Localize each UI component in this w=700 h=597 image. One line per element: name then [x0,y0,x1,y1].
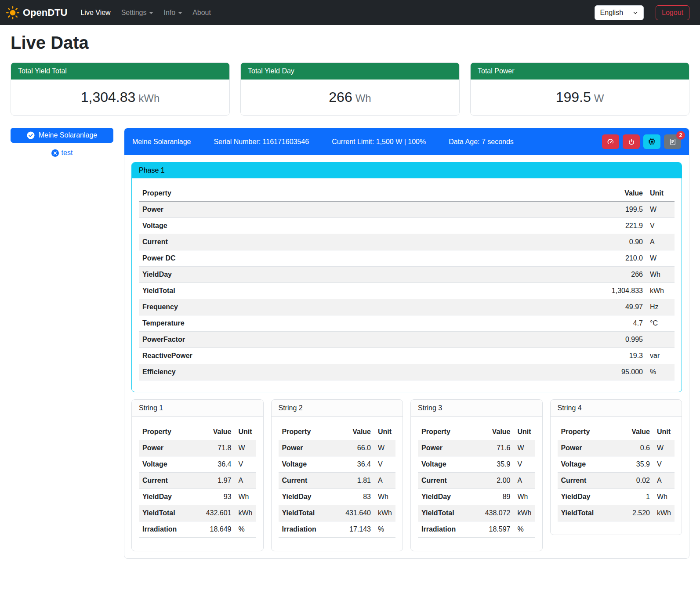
property-name: Irradiation [139,521,203,538]
property-unit: W [235,440,256,456]
table-row: YieldTotal 432.601 kWh [139,505,256,521]
brand-label: OpenDTU [23,7,67,18]
property-unit: Wh [653,489,675,505]
property-unit: A [646,234,675,250]
property-value: 0.995 [594,332,646,348]
property-name: Current [139,473,203,489]
property-value: 71.8 [203,440,235,456]
property-value: 35.9 [621,456,653,473]
property-name: Irradiation [418,521,482,538]
column-header-property: Property [418,424,482,440]
column-header-unit: Unit [514,424,535,440]
property-value: 1,304.833 [594,283,646,299]
string-table: Property Value Unit Power 71.6 [418,424,535,538]
card-value: 1,304.83 [81,89,136,105]
nav-item-settings[interactable]: Settings [116,5,159,20]
property-value: 18.597 [482,521,514,538]
phase-table: Property Value Unit Power 199.5 [139,185,675,380]
property-value: 17.143 [342,521,374,538]
property-value: 431.640 [342,505,374,521]
property-name: Power [279,440,342,456]
property-unit: kWh [374,505,395,521]
table-row: YieldTotal 2.520 kWh [558,505,675,521]
property-unit: % [514,521,535,538]
property-unit: kWh [653,505,675,521]
property-value: 36.4 [342,456,374,473]
phase-title: Phase 1 [132,163,682,178]
property-value: 438.072 [482,505,514,521]
property-value: 0.90 [594,234,646,250]
column-header-value: Value [203,424,235,440]
inverter-data-age: Data Age: 7 seconds [449,138,514,146]
device-info-button[interactable] [643,134,660,149]
property-unit: % [374,521,395,538]
property-unit: kWh [646,283,675,299]
column-header-value: Value [621,424,653,440]
table-header-row: Property Value Unit [139,424,256,440]
table-row: Temperature 4.7 °C [139,315,675,332]
column-header-unit: Unit [374,424,395,440]
table-row: Power 199.5 W [139,202,675,218]
table-row: Voltage 35.9 V [558,456,675,473]
table-header-row: Property Value Unit [279,424,396,440]
table-header-row: Property Value Unit [558,424,675,440]
column-header-unit: Unit [235,424,256,440]
table-row: Irradiation 18.649 % [139,521,256,538]
string-3-card: String 3 Property Value Unit [410,399,543,551]
property-unit: Wh [514,489,535,505]
inverter-card-header: Meine Solaranlage Serial Number: 1161716… [124,128,689,155]
table-header-row: Property Value Unit [418,424,535,440]
inverter-selector: Meine Solaranlage test [11,128,113,157]
table-row: Frequency 49.97 Hz [139,299,675,315]
property-name: Efficiency [139,364,594,380]
property-name: Voltage [418,456,482,473]
property-value: 0.02 [621,473,653,489]
property-unit: W [653,440,675,456]
language-value: English [600,9,623,17]
string-card-title: String 2 [272,400,403,417]
property-value: 1.81 [342,473,374,489]
card-unit: W [594,92,604,104]
property-value: 221.9 [594,218,646,234]
property-name: Power [139,440,203,456]
inverter-item-test[interactable]: test [11,149,113,157]
nav-item-live-view[interactable]: Live View [75,5,116,20]
property-name: Voltage [139,218,594,234]
inverter-select-button[interactable]: Meine Solaranlage [11,128,113,143]
property-unit: % [646,364,675,380]
property-name: Power [139,202,594,218]
property-value: 1.97 [203,473,235,489]
total-yield-day-card: Total Yield Day 266Wh [240,62,460,116]
property-name: Irradiation [279,521,342,538]
property-name: YieldTotal [558,505,621,521]
property-name: Power [558,440,621,456]
event-log-button[interactable]: 2 [664,134,681,149]
property-name: Power [418,440,482,456]
power-button[interactable] [623,134,640,149]
table-row: Voltage 36.4 V [279,456,396,473]
nav-item-about[interactable]: About [187,5,216,20]
property-unit: V [235,456,256,473]
property-unit: kWh [514,505,535,521]
limit-settings-button[interactable] [602,134,619,149]
column-header-property: Property [139,185,594,202]
property-unit: Hz [646,299,675,315]
inverter-limit: Current Limit: 1,500 W | 100% [332,138,426,146]
table-row: YieldDay 1 Wh [558,489,675,505]
property-name: Current [558,473,621,489]
language-select[interactable]: English [595,5,644,20]
property-value: 210.0 [594,250,646,267]
property-value: 83 [342,489,374,505]
nav-item-info[interactable]: Info [158,5,187,20]
nav-item-label: Settings [121,9,147,17]
column-header-property: Property [558,424,621,440]
property-name: Voltage [558,456,621,473]
brand-link[interactable]: OpenDTU [6,6,67,19]
property-unit: W [646,250,675,267]
event-count-badge: 2 [676,131,685,140]
logout-button[interactable]: Logout [656,5,689,20]
check-circle-icon [27,131,35,139]
table-header-row: Property Value Unit [139,185,675,202]
card-title: Total Yield Total [11,63,229,80]
property-name: Voltage [279,456,342,473]
